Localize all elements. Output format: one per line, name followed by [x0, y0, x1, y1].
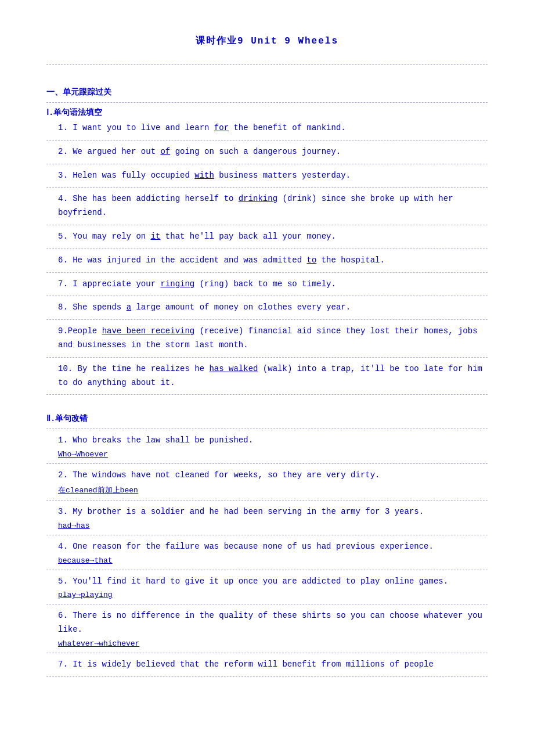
list-item: 10. By the time he realizes he has walke…: [46, 362, 488, 390]
page-title: 课时作业9 Unit 9 Wheels: [46, 35, 488, 47]
item-divider: [46, 463, 488, 464]
list-item: 9.People have been receiving (receive) f…: [46, 325, 488, 352]
list-item: 5. You'll find it hard to give it up onc…: [46, 575, 488, 589]
item-divider: [46, 676, 488, 677]
item-divider: [46, 187, 488, 188]
list-item: 1. Who breaks the law shall be punished.: [46, 434, 488, 448]
list-item: 4. She has been addicting herself to dri…: [46, 192, 488, 220]
list-item: 2. The windows have not cleaned for week…: [46, 469, 488, 483]
item-divider: [46, 319, 488, 320]
list-item: 6. There is no difference in the quality…: [46, 609, 488, 637]
list-item: 1. I want you to live and learn for the …: [46, 121, 488, 135]
list-item: 4. One reason for the failure was becaus…: [46, 540, 488, 554]
correction-text: Who→Whoever: [58, 450, 488, 459]
item-divider: [46, 653, 488, 653]
item-divider: [46, 500, 488, 501]
correction-text: had→has: [58, 521, 488, 530]
item-divider: [46, 164, 488, 164]
part2-divider: [46, 429, 488, 429]
item-divider: [46, 535, 488, 535]
correction-text: play→playing: [58, 591, 488, 599]
list-item: 5. You may rely on it that he'll pay bac…: [46, 230, 488, 244]
correction-text: because→that: [58, 556, 488, 565]
item-divider: [46, 394, 488, 395]
item-divider: [46, 225, 488, 225]
list-item: 2. We argued her out of going on such a …: [46, 145, 488, 159]
item-divider: [46, 272, 488, 273]
list-item: 3. My brother is a soldier and he had be…: [46, 505, 488, 519]
list-item: 7. I appreciate your ringing (ring) back…: [46, 278, 488, 291]
part2-title: Ⅱ.单句改错: [46, 413, 488, 424]
list-item: 8. She spends a large amount of money on…: [46, 301, 488, 315]
item-divider: [46, 570, 488, 570]
correction-text: 在cleaned前加上been: [58, 485, 488, 495]
item-divider: [46, 357, 488, 358]
item-divider: [46, 249, 488, 249]
list-item: 6. He was injured in the accident and wa…: [46, 254, 488, 268]
list-item: 3. Helen was fully occupied with busines…: [46, 169, 488, 183]
correction-text: whatever→whichever: [58, 639, 488, 648]
item-divider: [46, 140, 488, 141]
item-divider: [46, 296, 488, 296]
section-divider-1: [46, 102, 488, 103]
list-item: 7. It is widely believed that the reform…: [46, 658, 488, 672]
part1-title: Ⅰ.单句语法填空: [46, 107, 488, 118]
item-divider: [46, 604, 488, 604]
page: 课时作业9 Unit 9 Wheels 一、单元跟踪过关 Ⅰ.单句语法填空 1.…: [0, 0, 534, 756]
section-title: 一、单元跟踪过关: [46, 87, 488, 98]
top-divider: [46, 64, 488, 65]
